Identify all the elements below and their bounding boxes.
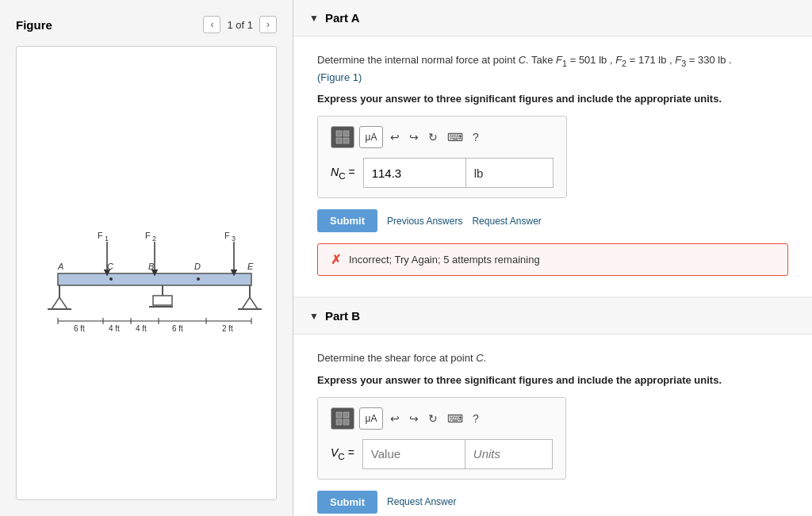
help-icon-b[interactable]: ? — [470, 412, 481, 425]
svg-text:4 ft: 4 ft — [109, 324, 120, 333]
part-a-collapse-arrow[interactable]: ▼ — [309, 13, 319, 24]
part-a-prev-answers-link[interactable]: Previous Answers — [387, 216, 462, 227]
part-a-content: Determine the internal normal force at p… — [293, 36, 812, 296]
svg-text:1: 1 — [105, 235, 109, 243]
figure-header: Figure ‹ 1 of 1 › — [16, 16, 277, 33]
part-a-input-row: NC = — [331, 158, 553, 188]
part-a-error-text: Incorrect; Try Again; 5 attempts remaini… — [349, 254, 540, 266]
matrix-icon-a — [335, 130, 350, 144]
svg-rect-44 — [336, 138, 342, 143]
help-icon-a[interactable]: ? — [470, 131, 481, 143]
part-a-request-answer-link[interactable]: Request Answer — [472, 216, 541, 227]
svg-text:E: E — [247, 262, 254, 271]
mu-button-a[interactable]: μA — [359, 126, 383, 148]
matrix-icon-b — [335, 411, 350, 426]
part-a-actions: Submit Previous Answers Request Answer — [317, 209, 788, 232]
keyboard-icon-a[interactable]: ⌨ — [445, 131, 465, 143]
part-a-answer-box: μA ↩ ↪ ↻ ⌨ ? NC = — [317, 116, 567, 198]
svg-marker-7 — [242, 297, 258, 309]
svg-rect-43 — [343, 131, 349, 136]
undo-icon-a[interactable]: ↩ — [388, 131, 402, 143]
svg-text:F: F — [224, 231, 230, 240]
svg-point-15 — [109, 277, 113, 281]
part-b-header: ▼ Part B — [293, 298, 812, 334]
part-a-toolbar: μA ↩ ↪ ↻ ⌨ ? — [331, 126, 553, 148]
part-a-var-label: NC = — [331, 166, 355, 181]
svg-text:C: C — [107, 262, 113, 271]
figure-diagram: A C B D E F 1 F 2 F 3 6 ft — [28, 210, 266, 337]
matrix-button-b[interactable] — [331, 407, 354, 430]
part-a-title: Part A — [325, 11, 360, 25]
svg-marker-1 — [52, 297, 67, 309]
refresh-icon-a[interactable]: ↻ — [426, 131, 440, 143]
svg-text:F: F — [145, 231, 151, 240]
svg-rect-42 — [336, 131, 342, 136]
part-b-answer-input[interactable] — [362, 439, 465, 469]
redo-icon-b[interactable]: ↪ — [407, 412, 421, 425]
svg-text:6 ft: 6 ft — [172, 324, 183, 333]
svg-text:6 ft: 6 ft — [74, 324, 85, 333]
right-panel: ▼ Part A Determine the internal normal f… — [293, 0, 812, 516]
svg-rect-46 — [336, 412, 342, 418]
next-figure-button[interactable]: › — [259, 16, 277, 33]
left-panel: Figure ‹ 1 of 1 › A C B — [0, 0, 293, 516]
part-a-instruction: Express your answer to three significant… — [317, 93, 788, 105]
redo-icon-a[interactable]: ↪ — [407, 131, 421, 143]
part-b-title: Part B — [325, 309, 360, 323]
mu-button-b[interactable]: μA — [359, 407, 383, 430]
svg-rect-9 — [58, 273, 251, 285]
part-b-section: ▼ Part B Determine the shear force at po… — [293, 298, 812, 516]
part-a-problem-text: Determine the internal normal force at p… — [317, 52, 788, 85]
part-b-instruction: Express your answer to three significant… — [317, 374, 788, 386]
part-b-unit-input[interactable] — [465, 439, 553, 469]
part-b-collapse-arrow[interactable]: ▼ — [309, 311, 319, 322]
part-a-section: ▼ Part A Determine the internal normal f… — [293, 0, 812, 296]
part-b-input-row: VC = — [331, 439, 553, 469]
svg-point-16 — [197, 277, 200, 281]
part-b-content: Determine the shear force at point C. Ex… — [293, 334, 812, 516]
svg-rect-49 — [343, 419, 349, 425]
part-b-submit-button[interactable]: Submit — [317, 491, 377, 514]
figure-nav: ‹ 1 of 1 › — [203, 16, 277, 33]
svg-text:3: 3 — [232, 235, 236, 243]
part-b-toolbar: μA ↩ ↪ ↻ ⌨ ? — [331, 407, 553, 430]
svg-rect-4 — [153, 296, 172, 305]
keyboard-icon-b[interactable]: ⌨ — [445, 412, 465, 425]
part-a-unit-input[interactable] — [466, 158, 553, 188]
svg-text:4 ft: 4 ft — [136, 324, 147, 333]
refresh-icon-b[interactable]: ↻ — [426, 412, 440, 425]
part-b-actions: Submit Request Answer — [317, 491, 788, 514]
svg-text:B: B — [148, 262, 154, 271]
part-b-answer-box: μA ↩ ↪ ↻ ⌨ ? VC = — [317, 397, 566, 480]
figure-area: A C B D E F 1 F 2 F 3 6 ft — [16, 46, 277, 500]
part-a-error-box: ✗ Incorrect; Try Again; 5 attempts remai… — [317, 243, 788, 276]
part-a-header: ▼ Part A — [293, 0, 812, 36]
svg-rect-47 — [343, 412, 349, 418]
part-a-answer-input[interactable] — [363, 158, 466, 188]
svg-text:2 ft: 2 ft — [222, 324, 233, 333]
figure-nav-count: 1 of 1 — [227, 19, 253, 31]
part-b-problem-text: Determine the shear force at point C. — [317, 350, 788, 366]
part-a-submit-button[interactable]: Submit — [317, 209, 377, 232]
svg-text:A: A — [57, 262, 63, 271]
figure-title: Figure — [16, 18, 52, 32]
error-icon-a: ✗ — [331, 252, 341, 267]
svg-rect-48 — [336, 419, 342, 425]
svg-text:F: F — [98, 231, 103, 240]
part-b-request-answer-link[interactable]: Request Answer — [387, 496, 456, 507]
svg-text:D: D — [194, 262, 201, 271]
prev-figure-button[interactable]: ‹ — [203, 16, 220, 33]
figure-link[interactable]: (Figure 1) — [317, 71, 362, 83]
svg-rect-45 — [343, 138, 349, 143]
matrix-button-a[interactable] — [331, 126, 354, 148]
svg-text:2: 2 — [152, 235, 156, 243]
part-b-var-label: VC = — [331, 446, 354, 461]
undo-icon-b[interactable]: ↩ — [388, 412, 402, 425]
